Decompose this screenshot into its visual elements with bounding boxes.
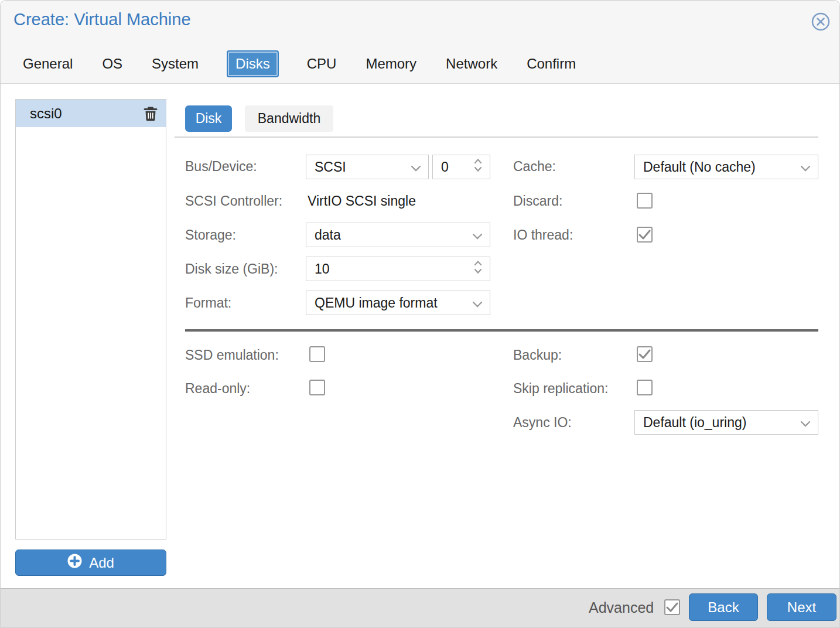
section-divider	[185, 329, 818, 332]
cache-label: Cache:	[513, 159, 556, 175]
ssd-emulation-checkbox[interactable]	[309, 346, 325, 362]
disk-list-item-scsi0[interactable]: scsi0	[16, 100, 166, 127]
disk-size-label: Disk size (GiB):	[185, 261, 278, 277]
create-vm-dialog: Create: Virtual Machine General OS Syste…	[0, 0, 840, 628]
chevron-down-icon	[472, 295, 483, 311]
scsi-controller-label: SCSI Controller:	[185, 193, 282, 209]
storage-select[interactable]: data	[306, 223, 490, 247]
scsi-controller-value: VirtIO SCSI single	[308, 193, 416, 209]
dialog-body: scsi0 Add Disk	[1, 84, 839, 589]
advanced-checkbox[interactable]	[664, 599, 680, 615]
skip-replication-label: Skip replication:	[513, 381, 608, 397]
chevron-down-icon	[800, 415, 811, 431]
backup-checkbox[interactable]	[637, 346, 653, 362]
read-only-checkbox[interactable]	[309, 380, 325, 395]
add-disk-button[interactable]: Add	[15, 550, 166, 576]
wizard-tabs: General OS System Disks CPU Memory Netwo…	[22, 49, 577, 78]
async-io-select[interactable]: Default (io_uring)	[634, 410, 818, 435]
add-button-label: Add	[89, 555, 114, 571]
skip-replication-checkbox[interactable]	[637, 380, 653, 395]
tab-memory[interactable]: Memory	[364, 50, 418, 77]
spinner-arrows-icon[interactable]	[473, 158, 483, 176]
close-button[interactable]	[810, 11, 831, 32]
format-label: Format:	[185, 295, 231, 311]
dialog-header: Create: Virtual Machine General OS Syste…	[1, 1, 839, 84]
dialog-title: Create: Virtual Machine	[13, 10, 191, 29]
tab-disks[interactable]: Disks	[227, 50, 279, 77]
subtab-bandwidth[interactable]: Bandwidth	[245, 105, 333, 132]
io-thread-checkbox[interactable]	[637, 227, 653, 243]
spinner-arrows-icon[interactable]	[473, 260, 483, 278]
disk-item-label: scsi0	[30, 105, 62, 122]
dialog-footer: Advanced Back Next	[1, 588, 839, 627]
close-icon	[810, 24, 831, 34]
tab-system[interactable]: System	[151, 50, 200, 77]
io-thread-label: IO thread:	[513, 227, 573, 243]
storage-label: Storage:	[185, 227, 236, 243]
tab-general[interactable]: General	[22, 50, 74, 77]
back-button[interactable]: Back	[689, 593, 758, 621]
read-only-label: Read-only:	[185, 381, 250, 397]
discard-checkbox[interactable]	[637, 193, 653, 209]
bus-select[interactable]: SCSI	[306, 155, 429, 179]
subtab-divider	[175, 136, 818, 138]
device-number-stepper[interactable]: 0	[432, 155, 490, 179]
chevron-down-icon	[411, 159, 421, 175]
chevron-down-icon	[472, 227, 483, 243]
backup-label: Backup:	[513, 347, 562, 363]
next-button[interactable]: Next	[767, 593, 836, 621]
async-io-label: Async IO:	[513, 415, 572, 431]
tab-cpu[interactable]: CPU	[306, 50, 338, 77]
tab-os[interactable]: OS	[101, 50, 124, 77]
tab-confirm[interactable]: Confirm	[525, 50, 577, 77]
bus-device-label: Bus/Device:	[185, 159, 257, 175]
subtab-disk[interactable]: Disk	[185, 105, 232, 132]
chevron-down-icon	[800, 159, 811, 175]
disk-list-panel: scsi0	[15, 99, 166, 540]
tab-network[interactable]: Network	[445, 50, 498, 77]
discard-label: Discard:	[513, 193, 562, 209]
ssd-emulation-label: SSD emulation:	[185, 347, 279, 363]
plus-icon	[67, 554, 82, 572]
format-select[interactable]: QEMU image format	[306, 291, 490, 315]
advanced-label: Advanced	[589, 599, 654, 616]
disk-size-stepper[interactable]: 10	[306, 257, 490, 281]
cache-select[interactable]: Default (No cache)	[634, 155, 818, 179]
delete-disk-icon[interactable]	[144, 106, 158, 121]
